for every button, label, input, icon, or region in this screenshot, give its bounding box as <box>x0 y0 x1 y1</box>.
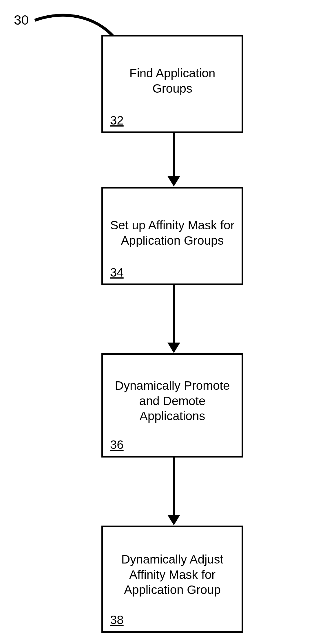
flow-step-number: 32 <box>110 114 124 127</box>
flow-step-box: Dynamically Promote and Demote Applicati… <box>101 353 243 458</box>
flow-step-text: Dynamically Promote and Demote Applicati… <box>103 378 242 424</box>
flow-step-box: Dynamically Adjust Affinity Mask for App… <box>101 526 243 633</box>
arrow-down-head-icon <box>167 343 180 353</box>
flow-step-box: Set up Affinity Mask for Application Gro… <box>101 187 243 285</box>
flow-step-number: 38 <box>110 613 124 627</box>
flow-step-number: 34 <box>110 266 124 279</box>
flow-step-box: Find Application Groups 32 <box>101 35 243 133</box>
flow-step-text: Find Application Groups <box>103 66 242 96</box>
arrow-down-icon <box>173 458 175 515</box>
arrow-down-head-icon <box>167 176 180 186</box>
arrow-down-icon <box>173 285 175 343</box>
flow-step-text: Set up Affinity Mask for Application Gro… <box>103 218 242 248</box>
arrow-down-head-icon <box>167 515 180 525</box>
arrow-down-icon <box>173 133 175 177</box>
flow-step-text: Dynamically Adjust Affinity Mask for App… <box>103 552 242 598</box>
flow-step-number: 36 <box>110 438 124 452</box>
